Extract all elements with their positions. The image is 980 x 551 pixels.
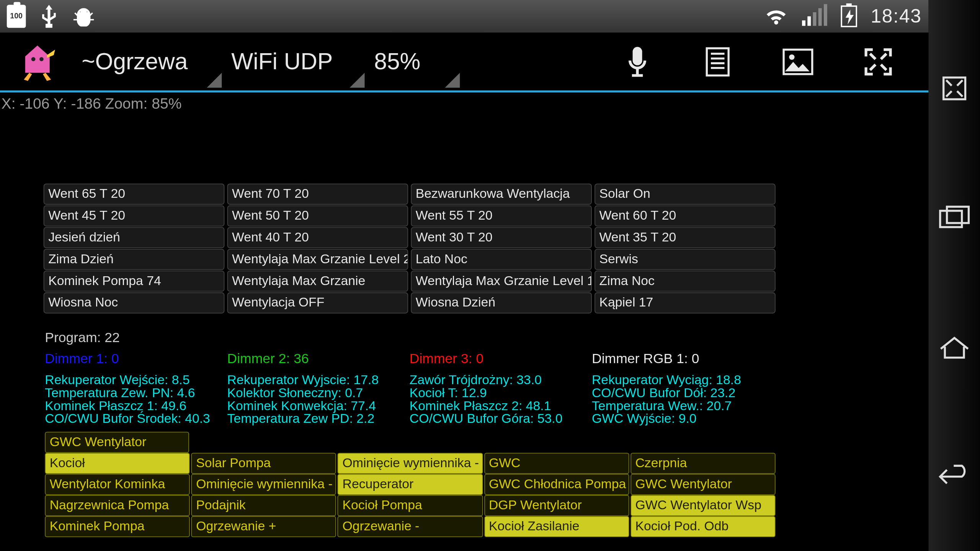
dimmer-readouts: Dimmer 1: 0 Dimmer 2: 36 Dimmer 3: 0 Dim… <box>45 351 774 367</box>
sensor-readouts: Rekuperator Wejście: 8.5Temperatura Zew.… <box>45 373 774 425</box>
relay-button[interactable]: Ominięcie wymiennika - Nie <box>338 453 483 474</box>
scene-button[interactable]: Jesień dzień <box>44 227 225 248</box>
scene-button[interactable]: Wentylaja Max Grzanie <box>227 271 408 292</box>
scene-button[interactable]: Went 55 T 20 <box>411 205 592 227</box>
scene-button[interactable]: Zima Dzień <box>44 249 225 270</box>
status-clock: 18:43 <box>871 5 921 27</box>
scene-button[interactable]: Went 40 T 20 <box>227 227 408 248</box>
nav-home-button[interactable] <box>938 334 972 361</box>
usb-icon <box>39 5 59 28</box>
svg-point-0 <box>31 57 36 61</box>
relay-button[interactable]: GWC Wentylator <box>630 474 776 495</box>
svg-point-8 <box>789 54 794 59</box>
battery-full-icon: 100 <box>7 5 26 28</box>
app-action-bar: ~Ogrzewa WiFi UDP 85% <box>0 33 929 92</box>
dropdown-triangle-icon <box>350 72 364 87</box>
relay-button[interactable]: Ominięcie wymiennika - Tak <box>191 474 336 495</box>
relay-button[interactable]: GWC Wentylator <box>45 432 189 453</box>
relay-button[interactable]: Solar Pompa <box>191 453 336 474</box>
relay-grid: GWC WentylatorKociołSolar PompaOminięcie… <box>45 432 775 537</box>
relay-button[interactable]: Kocioł Zasilanie <box>484 516 629 537</box>
scene-button[interactable]: Went 60 T 20 <box>595 205 776 227</box>
relay-button[interactable]: Kominek Pompa <box>45 516 190 537</box>
zoom-spinner-label: 85% <box>374 48 420 75</box>
scene-button[interactable]: Went 65 T 20 <box>44 184 225 205</box>
scene-button[interactable]: Wiosna Dzień <box>411 292 592 313</box>
svg-rect-2 <box>707 48 728 75</box>
log-button[interactable] <box>701 45 734 78</box>
relay-button[interactable]: Kocioł <box>45 453 190 474</box>
relay-button[interactable]: GWC Chłodnica Pompa <box>484 474 629 495</box>
relay-button[interactable]: Czerpnia <box>630 453 776 474</box>
relay-button[interactable]: Ogrzewanie + <box>191 516 336 537</box>
voice-button[interactable] <box>621 45 653 78</box>
svg-rect-11 <box>947 207 969 223</box>
sensor-readout: Rekuperator Wyjscie: 17.8 <box>227 373 410 386</box>
cell-signal-icon <box>802 7 827 26</box>
adb-debug-icon <box>72 6 95 26</box>
sensor-readout: Temperatura Zew PD: 2.2 <box>227 412 410 425</box>
program-readout: Program: 22 <box>45 330 928 346</box>
relay-button[interactable]: Wentylator Kominka <box>45 474 190 495</box>
dimmer-rgb-readout: Dimmer RGB 1: 0 <box>592 351 774 367</box>
dimmer-3-readout: Dimmer 3: 0 <box>410 351 592 367</box>
sensor-readout: Temperatura Wew.: 20.7 <box>592 399 774 412</box>
connection-spinner-label: WiFi UDP <box>231 48 333 75</box>
scene-button[interactable]: Wentylaja Max Grzanie Level 1 + DG <box>411 271 592 292</box>
scene-button[interactable]: Solar On <box>595 184 776 205</box>
nav-collapse-button[interactable] <box>938 75 972 102</box>
scene-button[interactable]: Went 70 T 20 <box>227 184 408 205</box>
relay-button[interactable]: DGP Wentylator <box>484 495 629 516</box>
scene-button[interactable]: Zima Noc <box>595 271 776 292</box>
wifi-icon <box>764 7 788 26</box>
sensor-readout: GWC Wyjście: 9.0 <box>592 412 774 425</box>
svg-point-1 <box>39 57 44 61</box>
android-nav-bar <box>929 0 980 551</box>
profile-spinner-label: ~Ogrzewa <box>82 48 188 75</box>
scene-button[interactable]: Went 45 T 20 <box>44 205 225 227</box>
scene-button[interactable]: Lato Noc <box>411 249 592 270</box>
sensor-readout: Rekuperator Wyciąg: 18.8 <box>592 373 774 386</box>
sensor-readout: Kominek Płaszcz 1: 49.6 <box>45 399 227 412</box>
relay-button[interactable]: Recuperator <box>338 474 483 495</box>
dropdown-triangle-icon <box>207 72 222 87</box>
relay-button[interactable]: Kocioł Pompa <box>338 495 483 516</box>
relay-button[interactable]: Ogrzewanie - <box>338 516 483 537</box>
scene-button[interactable]: Kąpiel 17 <box>595 292 776 313</box>
scene-button[interactable]: Wentylaja Max Grzanie Level 2 <box>227 249 408 270</box>
relay-button[interactable]: Kocioł Pod. Odb <box>630 516 776 537</box>
relay-button[interactable]: GWC <box>484 453 629 474</box>
scene-button[interactable]: Went 50 T 20 <box>227 205 408 227</box>
sensor-readout: Zawór Trójdrożny: 33.0 <box>410 373 592 386</box>
app-logo-icon[interactable] <box>7 38 68 85</box>
sensor-readout: Rekuperator Wejście: 8.5 <box>45 373 227 386</box>
scene-button[interactable]: Serwis <box>595 249 776 270</box>
battery-charging-icon <box>841 5 857 27</box>
sensor-readout: Kominek Konwekcja: 77.4 <box>227 399 410 412</box>
scene-button[interactable]: Kominek Pompa 74 <box>44 271 225 292</box>
svg-rect-10 <box>940 211 962 228</box>
scene-button[interactable]: Went 35 T 20 <box>595 227 776 248</box>
scene-button[interactable]: Went 30 T 20 <box>411 227 592 248</box>
dimmer-1-readout: Dimmer 1: 0 <box>45 351 227 367</box>
scene-button[interactable]: Bezwarunkowa Wentylacja <box>411 184 592 205</box>
sensor-readout: CO/CWU Bufor Dół: 23.2 <box>592 386 774 399</box>
scene-button[interactable]: Wentylacja OFF <box>227 292 408 313</box>
zoom-spinner[interactable]: 85% <box>368 32 463 91</box>
nav-back-button[interactable] <box>938 463 972 491</box>
scene-button[interactable]: Wiosna Noc <box>44 292 225 313</box>
image-button[interactable] <box>782 45 814 78</box>
fullscreen-button[interactable] <box>862 45 894 78</box>
scene-button-grid: Went 65 T 20Went 70 T 20Bezwarunkowa Wen… <box>44 184 776 313</box>
relay-button[interactable]: GWC Wentylator Wsp <box>630 495 776 516</box>
sensor-readout: CO/CWU Bufor Góra: 53.0 <box>410 412 592 425</box>
profile-spinner[interactable]: ~Ogrzewa <box>75 32 224 91</box>
sensor-readout: Temperatura Zew. PN: 4.6 <box>45 386 227 399</box>
connection-spinner[interactable]: WiFi UDP <box>224 32 367 91</box>
sensor-readout: CO/CWU Bufor Środek: 40.3 <box>45 412 227 425</box>
dimmer-2-readout: Dimmer 2: 36 <box>227 351 410 367</box>
nav-recent-apps-button[interactable] <box>938 204 972 232</box>
sensor-readout: Kolektor Słoneczny: 0.7 <box>227 386 410 399</box>
relay-button[interactable]: Nagrzewnica Pompa <box>45 495 190 516</box>
relay-button[interactable]: Podajnik <box>191 495 336 516</box>
